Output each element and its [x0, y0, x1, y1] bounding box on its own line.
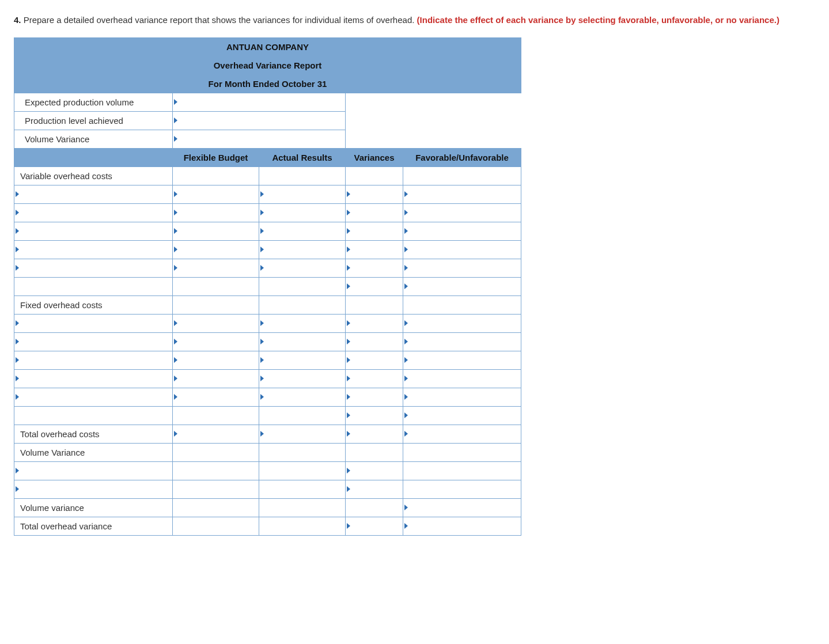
variable-item-name[interactable] [14, 240, 173, 259]
fixed-item-flex[interactable] [173, 388, 259, 406]
dropdown-icon [347, 339, 350, 344]
fixed-subtotal-var[interactable] [346, 406, 403, 425]
variable-item-flex[interactable] [173, 240, 259, 259]
variable-item-name[interactable] [14, 222, 173, 240]
volvar-item-actual [259, 461, 346, 480]
variable-item-fav[interactable] [403, 259, 521, 277]
dropdown-icon [260, 265, 264, 271]
dropdown-icon [260, 210, 264, 215]
variable-item-var[interactable] [346, 203, 403, 222]
volvar-item-name[interactable] [14, 461, 173, 480]
variable-item-flex[interactable] [173, 222, 259, 240]
variable-item-actual[interactable] [259, 259, 346, 277]
dropdown-icon [404, 265, 408, 271]
variable-item-var[interactable] [346, 185, 403, 203]
volume-variance-fav[interactable] [403, 498, 521, 517]
fixed-item-var[interactable] [346, 314, 403, 332]
variable-item-name[interactable] [14, 203, 173, 222]
fixed-item-name[interactable] [14, 314, 173, 332]
fixed-item-fav[interactable] [403, 351, 521, 369]
volvar-item-name[interactable] [14, 480, 173, 498]
row-volume-variance-top: Volume Variance [14, 130, 173, 148]
volvar-item-var[interactable] [346, 480, 403, 498]
row-production-achieved: Production level achieved [14, 111, 173, 130]
variable-item-actual[interactable] [259, 240, 346, 259]
total-overhead-actual[interactable] [259, 425, 346, 443]
fixed-item-name[interactable] [14, 388, 173, 406]
fixed-item-name[interactable] [14, 351, 173, 369]
fixed-item-actual[interactable] [259, 314, 346, 332]
fixed-item-name[interactable] [14, 369, 173, 388]
fixed-item-var[interactable] [346, 332, 403, 351]
dropdown-icon [404, 320, 408, 326]
fixed-item-fav[interactable] [403, 314, 521, 332]
variable-item-fav[interactable] [403, 185, 521, 203]
fixed-item-flex[interactable] [173, 369, 259, 388]
dropdown-icon [174, 320, 177, 326]
total-overhead-variance-var[interactable] [346, 517, 403, 535]
fixed-item-actual[interactable] [259, 388, 346, 406]
dropdown-icon [347, 357, 350, 363]
dropdown-icon [347, 376, 350, 381]
variable-item-flex[interactable] [173, 259, 259, 277]
dropdown-icon [260, 247, 264, 252]
empty-cell [173, 166, 259, 185]
variable-item-flex[interactable] [173, 185, 259, 203]
empty-cell [403, 296, 521, 314]
variable-item-actual[interactable] [259, 222, 346, 240]
variable-item-actual[interactable] [259, 203, 346, 222]
empty-cell [173, 498, 259, 517]
variable-item-name[interactable] [14, 259, 173, 277]
empty-cell [346, 166, 403, 185]
variable-item-fav[interactable] [403, 203, 521, 222]
fixed-subtotal-actual [259, 406, 346, 425]
fixed-subtotal-fav[interactable] [403, 406, 521, 425]
input-expected-production[interactable] [173, 93, 346, 111]
variable-item-fav[interactable] [403, 222, 521, 240]
variable-item-var[interactable] [346, 240, 403, 259]
variable-subtotal-var[interactable] [346, 277, 403, 296]
dropdown-icon [404, 523, 408, 529]
fixed-item-actual[interactable] [259, 369, 346, 388]
fixed-item-actual[interactable] [259, 351, 346, 369]
dropdown-icon [347, 210, 350, 215]
fixed-item-actual[interactable] [259, 332, 346, 351]
total-overhead-variance-fav[interactable] [403, 517, 521, 535]
empty-cell [259, 296, 346, 314]
fixed-item-flex[interactable] [173, 351, 259, 369]
fixed-item-var[interactable] [346, 369, 403, 388]
dropdown-icon [404, 394, 408, 400]
dropdown-icon [347, 191, 350, 197]
fixed-item-var[interactable] [346, 388, 403, 406]
row-expected-production: Expected production volume [14, 93, 173, 111]
fixed-item-fav[interactable] [403, 388, 521, 406]
fixed-item-var[interactable] [346, 351, 403, 369]
variable-subtotal-fav[interactable] [403, 277, 521, 296]
empty-cell [173, 517, 259, 535]
input-production-achieved[interactable] [173, 111, 346, 130]
total-overhead-var[interactable] [346, 425, 403, 443]
row-volume-variance-lower: Volume variance [14, 498, 173, 517]
input-volume-variance-top[interactable] [173, 130, 346, 148]
dropdown-icon [347, 247, 350, 252]
dropdown-icon [174, 118, 177, 123]
question-emphasis: (Indicate the effect of each variance by… [417, 15, 779, 25]
fixed-item-flex[interactable] [173, 332, 259, 351]
empty-cell [173, 296, 259, 314]
variable-item-var[interactable] [346, 259, 403, 277]
volvar-item-flex [173, 480, 259, 498]
total-overhead-fav[interactable] [403, 425, 521, 443]
variable-item-actual[interactable] [259, 185, 346, 203]
variable-item-name[interactable] [14, 185, 173, 203]
volvar-item-var[interactable] [346, 461, 403, 480]
fixed-item-fav[interactable] [403, 369, 521, 388]
fixed-item-flex[interactable] [173, 314, 259, 332]
total-overhead-flex[interactable] [173, 425, 259, 443]
variable-item-fav[interactable] [403, 240, 521, 259]
fixed-item-name[interactable] [14, 332, 173, 351]
col-blank-header [14, 148, 173, 166]
variable-item-var[interactable] [346, 222, 403, 240]
dropdown-icon [260, 191, 264, 197]
fixed-item-fav[interactable] [403, 332, 521, 351]
variable-item-flex[interactable] [173, 203, 259, 222]
